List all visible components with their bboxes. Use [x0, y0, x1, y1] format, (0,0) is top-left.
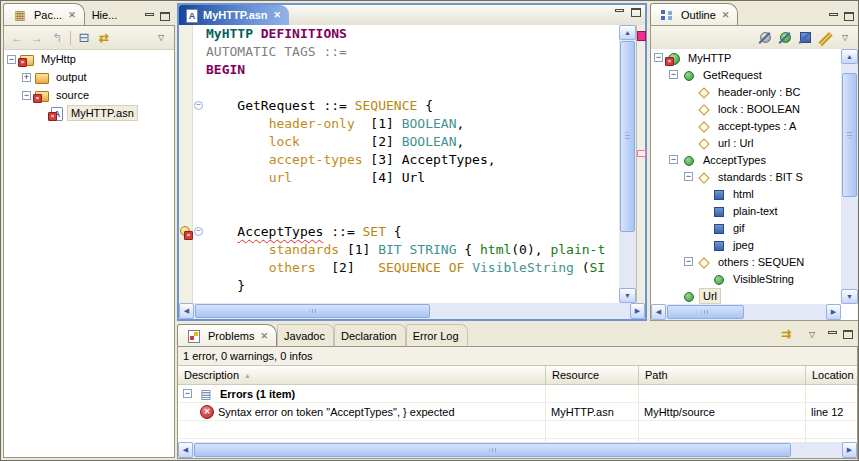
problems-group-row[interactable]: − Errors (1 item)	[178, 385, 857, 403]
hide-types-icon[interactable]	[777, 30, 793, 46]
fold-collapse-icon[interactable]	[192, 97, 206, 115]
expander-minus-icon[interactable]: −	[684, 257, 693, 266]
tree-item[interactable]: header-only : BC	[651, 83, 841, 100]
tree-item[interactable]: html	[651, 185, 841, 202]
overview-error-marker[interactable]	[637, 31, 646, 41]
tree-item[interactable]: accept-types : A	[651, 117, 841, 134]
scroll-left-icon[interactable]: ◀	[178, 442, 193, 458]
tab-hierarchy[interactable]: Hie...	[85, 3, 127, 25]
minimize-icon[interactable]	[829, 12, 838, 21]
editor-tab-myhttp-asn[interactable]: MyHTTP.asn ✕	[179, 5, 289, 25]
scroll-up-icon[interactable]: ▲	[619, 25, 636, 40]
expander-minus-icon[interactable]: −	[684, 172, 693, 181]
code-line[interactable]: accept-types [3] AcceptTypes,	[179, 151, 619, 169]
scroll-right-icon[interactable]: ▶	[842, 442, 857, 458]
code-line[interactable]	[179, 79, 619, 97]
tree-item[interactable]: −GetRequest	[651, 66, 841, 83]
outline-tree[interactable]: −MyHTTP−GetRequestheader-only : BClock :…	[651, 49, 841, 304]
minimize-icon[interactable]	[145, 12, 154, 21]
scrollbar-track[interactable]	[194, 303, 630, 319]
view-menu-icon[interactable]	[153, 30, 169, 46]
link-with-editor-icon[interactable]	[96, 30, 112, 46]
expander-plus-icon[interactable]: +	[22, 73, 31, 82]
maximize-icon[interactable]	[631, 8, 641, 17]
expander-minus-icon[interactable]: −	[669, 155, 678, 164]
forward-icon[interactable]	[29, 30, 45, 46]
scroll-down-icon[interactable]: ▼	[841, 289, 858, 304]
code-line[interactable]: }	[179, 277, 619, 295]
overview-ruler[interactable]	[636, 25, 645, 303]
expander-minus-icon[interactable]: −	[7, 55, 16, 64]
tab-declaration[interactable]: Declaration	[334, 324, 406, 346]
column-header-location[interactable]: Location	[806, 366, 857, 384]
tree-item[interactable]: −AcceptTypes	[651, 151, 841, 168]
code-line[interactable]: BEGIN	[179, 61, 619, 79]
code-line[interactable]: MyHTTP DEFINITIONS	[179, 25, 619, 43]
code-line[interactable]: GetRequest ::= SEQUENCE {	[179, 97, 619, 115]
hide-objects-icon[interactable]	[757, 30, 773, 46]
code-line[interactable]	[179, 187, 619, 205]
code-line[interactable]: standards [1] BIT STRING { html(0), plai…	[179, 241, 619, 259]
error-quickfix-marker-icon[interactable]	[179, 223, 192, 241]
package-explorer-tree[interactable]: −MyHttp+output−sourceMyHTTP.asn	[4, 50, 174, 457]
code-line[interactable]: AUTOMATIC TAGS ::=	[179, 43, 619, 61]
scroll-right-icon[interactable]: ▶	[630, 303, 645, 319]
scrollbar-track[interactable]	[193, 442, 842, 458]
maximize-icon[interactable]	[843, 330, 853, 339]
tree-item[interactable]: −MyHTTP	[651, 49, 841, 66]
expander-minus-icon[interactable]: −	[654, 53, 663, 62]
tab-javadoc[interactable]: Javadoc	[277, 324, 334, 346]
tab-package-explorer[interactable]: Pac... ✕	[3, 3, 85, 25]
column-header-path[interactable]: Path	[639, 366, 806, 384]
tree-item[interactable]: −others : SEQUEN	[651, 253, 841, 270]
code-line[interactable]: header-only [1] BOOLEAN,	[179, 115, 619, 133]
tree-item[interactable]: url : Url	[651, 134, 841, 151]
tree-item[interactable]: Url	[651, 287, 841, 304]
tree-item[interactable]: VisibleString	[651, 270, 841, 287]
editor-horizontal-scrollbar[interactable]: ◀ ▶	[179, 303, 645, 319]
scrollbar-track[interactable]	[619, 40, 636, 288]
scrollbar-track[interactable]	[841, 64, 858, 289]
close-icon[interactable]: ✕	[68, 10, 76, 20]
tree-item[interactable]: plain-text	[651, 202, 841, 219]
code-line[interactable]: url [4] Url	[179, 169, 619, 187]
editor-vertical-scrollbar[interactable]: ▲ ▼	[619, 25, 636, 303]
minimize-icon[interactable]	[615, 8, 624, 17]
scroll-up-icon[interactable]: ▲	[841, 49, 858, 64]
back-icon[interactable]	[9, 30, 25, 46]
code-line[interactable]	[179, 205, 619, 223]
view-menu-icon[interactable]	[804, 326, 820, 342]
tab-error-log[interactable]: Error Log	[406, 324, 468, 346]
outline-vertical-scrollbar[interactable]: ▲ ▼	[841, 49, 858, 304]
close-icon[interactable]: ✕	[274, 10, 282, 20]
tree-item[interactable]: −MyHttp	[4, 50, 174, 68]
tree-item[interactable]: −standards : BIT S	[651, 168, 841, 185]
scrollbar-thumb[interactable]	[667, 305, 744, 319]
code-line[interactable]: AcceptTypes ::= SET {	[179, 223, 619, 241]
column-header-description[interactable]: Description ▲	[178, 366, 546, 384]
tree-item[interactable]: lock : BOOLEAN	[651, 100, 841, 117]
filter-icon[interactable]	[778, 326, 794, 342]
close-icon[interactable]: ✕	[722, 10, 730, 20]
overview-occurrence-marker[interactable]	[637, 150, 646, 157]
scrollbar-track[interactable]	[666, 304, 826, 320]
hide-fields-icon[interactable]	[817, 30, 833, 46]
minimize-icon[interactable]	[828, 330, 837, 339]
tab-problems[interactable]: Problems ✕	[177, 324, 277, 346]
tree-item[interactable]: jpeg	[651, 236, 841, 253]
code-editor[interactable]: MyHTTP DEFINITIONSAUTOMATIC TAGS ::=BEGI…	[179, 25, 619, 303]
code-line[interactable]: others [2] SEQUENCE OF VisibleString (SI	[179, 259, 619, 277]
scrollbar-thumb[interactable]	[195, 304, 430, 318]
maximize-icon[interactable]	[844, 12, 854, 21]
fold-collapse-icon[interactable]	[192, 223, 206, 241]
expander-minus-icon[interactable]: −	[183, 389, 192, 398]
scroll-left-icon[interactable]: ◀	[179, 303, 194, 319]
code-line[interactable]: lock [2] BOOLEAN,	[179, 133, 619, 151]
collapse-all-icon[interactable]	[76, 30, 92, 46]
tree-item[interactable]: gif	[651, 219, 841, 236]
scrollbar-thumb[interactable]	[842, 73, 857, 197]
tree-item[interactable]: +output	[4, 68, 174, 86]
scrollbar-thumb[interactable]	[620, 41, 635, 232]
tree-item[interactable]: MyHTTP.asn	[4, 104, 174, 122]
close-icon[interactable]: ✕	[260, 331, 268, 341]
